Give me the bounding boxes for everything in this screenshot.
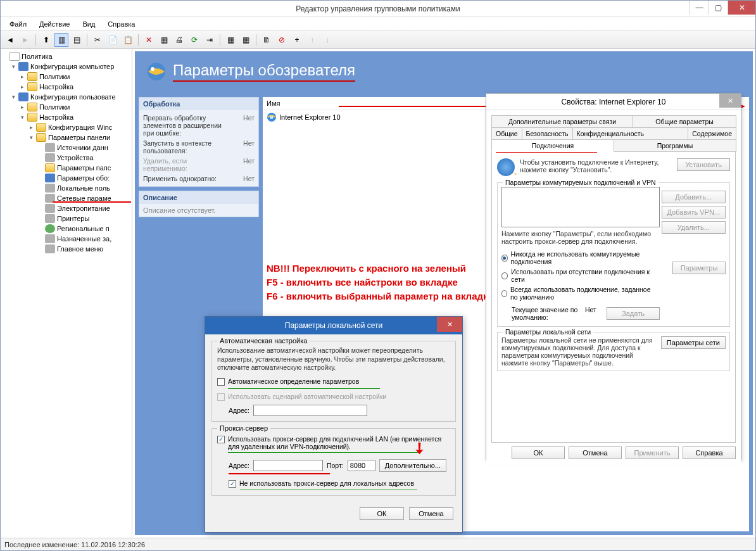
export-icon[interactable]: ⇥ bbox=[203, 33, 217, 47]
tree-item[interactable]: ▸Конфигурация Winc bbox=[28, 122, 130, 132]
tab-general-params[interactable]: Общие параметры bbox=[633, 115, 736, 128]
set-button[interactable]: Задать bbox=[607, 307, 660, 320]
radio-always[interactable]: Всегда использовать подключение, заданно… bbox=[501, 284, 660, 302]
globe-icon bbox=[497, 158, 515, 176]
tree-item[interactable]: ▸Настройка bbox=[20, 82, 130, 92]
lan-cancel-button[interactable]: Отмена bbox=[409, 507, 453, 520]
lan-settings-button[interactable]: Параметры сети bbox=[661, 336, 726, 349]
refresh-icon[interactable]: ⟳ bbox=[187, 33, 201, 47]
apply-button[interactable]: Применить bbox=[626, 446, 679, 459]
content-header: Параметры обозревателя bbox=[139, 55, 749, 94]
tree-root[interactable]: Политика bbox=[2, 51, 130, 61]
dial-list[interactable] bbox=[501, 187, 660, 227]
close-button[interactable]: ✕ bbox=[728, 1, 755, 15]
add-icon[interactable]: + bbox=[290, 33, 304, 47]
conn-text: Чтобы установить подключение к Интернету… bbox=[520, 158, 672, 174]
tree-item[interactable]: Электропитание bbox=[37, 203, 130, 213]
menu-file[interactable]: Файл bbox=[4, 19, 32, 29]
menu-help[interactable]: Справка bbox=[103, 19, 140, 29]
tree-item[interactable]: ▸Политики bbox=[20, 102, 130, 112]
ok-button[interactable]: ОК bbox=[512, 446, 565, 459]
back-icon[interactable]: ◄ bbox=[3, 33, 17, 47]
auto-desc: Использование автоматической настройки м… bbox=[217, 346, 450, 372]
params-button[interactable]: Параметры bbox=[672, 262, 726, 274]
cancel-button[interactable]: Отмена bbox=[569, 446, 622, 459]
menu-view[interactable]: Вид bbox=[77, 19, 100, 29]
radio-no-net[interactable]: Использовать при отсутствии подключения … bbox=[501, 267, 660, 284]
svg-text:e: e bbox=[270, 114, 273, 120]
install-button[interactable]: Установить bbox=[677, 158, 730, 171]
statusbar: Последнее изменение: 11.02.2016 12:30:26 bbox=[1, 538, 755, 550]
delete-button[interactable]: Удалить... bbox=[662, 221, 726, 234]
tree-item[interactable]: Локальные поль bbox=[37, 183, 130, 193]
stop-icon[interactable]: ⊘ bbox=[275, 33, 289, 47]
chk-bypass-local[interactable]: Не использовать прокси-сервер для локаль… bbox=[217, 478, 450, 489]
props-close-button[interactable]: ✕ bbox=[719, 94, 741, 108]
lan-dialog-title: Параметры локальной сети bbox=[285, 321, 382, 330]
advanced-button[interactable]: Дополнительно... bbox=[379, 459, 446, 472]
tree-item[interactable]: Региональные п bbox=[37, 224, 130, 234]
copy-icon[interactable]: 📄 bbox=[106, 33, 120, 47]
tree-comp-conf[interactable]: ▾Конфигурация компьютер bbox=[11, 61, 130, 72]
paste-icon[interactable]: 📋 bbox=[121, 33, 135, 47]
fs-lan-legend: Параметры локальной сети bbox=[503, 328, 593, 336]
tree-item[interactable]: Источники данн bbox=[37, 142, 130, 153]
tab-common[interactable]: Общие bbox=[491, 127, 522, 140]
titlebar: Редактор управления групповыми политикам… bbox=[1, 1, 755, 17]
chk-auto-detect[interactable]: Автоматическое определение параметров bbox=[217, 376, 450, 387]
doc-icon[interactable]: 🗎 bbox=[260, 33, 274, 47]
filter2-icon[interactable]: ▦ bbox=[239, 33, 253, 47]
status-text: Последнее изменение: 11.02.2016 12:30:26 bbox=[4, 541, 145, 548]
tree-item[interactable]: ▾Настройка bbox=[20, 112, 130, 122]
tree-item[interactable]: Назначенные за, bbox=[37, 234, 130, 244]
tree-item[interactable]: Устройства bbox=[37, 153, 130, 163]
tab-privacy[interactable]: Конфиденциальность bbox=[572, 127, 689, 140]
chk-use-script[interactable]: Использовать сценарий автоматической нас… bbox=[217, 391, 450, 402]
proxy-port-input[interactable] bbox=[348, 460, 375, 471]
tree-panel: Политика ▾Конфигурация компьютер ▸Полити… bbox=[1, 49, 132, 538]
annotation-line bbox=[240, 490, 417, 490]
up-icon[interactable]: ⬆ bbox=[39, 33, 53, 47]
properties-icon[interactable]: ▦ bbox=[157, 33, 171, 47]
fs-proxy-legend: Прокси-сервер bbox=[217, 424, 270, 432]
tab-content[interactable]: Содержимое bbox=[688, 127, 736, 140]
tree-item[interactable]: Главное меню bbox=[37, 244, 130, 254]
minimize-button[interactable]: — bbox=[690, 1, 709, 15]
cut-icon[interactable]: ✂ bbox=[91, 33, 104, 47]
ie-icon: e bbox=[267, 112, 277, 122]
tree-item[interactable]: ▸Политики bbox=[20, 72, 130, 82]
maximize-button[interactable]: ▢ bbox=[709, 1, 728, 15]
show-tree-icon[interactable]: ▥ bbox=[54, 33, 68, 47]
lan-ok-button[interactable]: ОК bbox=[360, 507, 404, 520]
toolbar: ◄ ► ⬆ ▥ ▤ ✂ 📄 📋 ✕ ▦ 🖨 ⟳ ⇥ ▦ ▦ 🗎 ⊘ + ↑ ↓ bbox=[1, 31, 755, 49]
tree-user-conf[interactable]: ▾Конфигурация пользовате bbox=[11, 92, 130, 102]
checkbox-icon bbox=[217, 378, 225, 386]
radio-never[interactable]: Никогда не использовать коммутируемые по… bbox=[501, 249, 660, 267]
add-button[interactable]: Добавить... bbox=[662, 191, 726, 203]
add-vpn-button[interactable]: Добавить VPN... bbox=[662, 206, 726, 218]
help-button[interactable]: Справка bbox=[683, 446, 736, 459]
lan-dialog: Параметры локальной сети ✕ Автоматическа… bbox=[205, 316, 463, 533]
arrow-down-icon[interactable]: ↓ bbox=[320, 33, 334, 47]
lan-close-button[interactable]: ✕ bbox=[437, 317, 462, 332]
tab-extra-conn[interactable]: Дополнительные параметры связи bbox=[491, 115, 633, 128]
tab-connections[interactable]: Подключения bbox=[491, 139, 614, 152]
arrow-up-icon[interactable]: ↑ bbox=[305, 33, 319, 47]
menubar: Файл Действие Вид Справка bbox=[1, 17, 755, 31]
tab-programs[interactable]: Программы bbox=[614, 139, 736, 152]
print-icon[interactable]: 🖨 bbox=[172, 33, 186, 47]
tree-item[interactable]: Принтеры bbox=[37, 213, 130, 224]
filter1-icon[interactable]: ▦ bbox=[224, 33, 237, 47]
proxy-address-input[interactable] bbox=[253, 460, 323, 471]
tree-item[interactable]: Параметры папс bbox=[37, 163, 130, 173]
processing-box: Обработка Прервать обработку элементов в… bbox=[139, 97, 259, 187]
tree-item[interactable]: ▾Параметры панели bbox=[28, 132, 130, 142]
tree-browser-params[interactable]: Параметры обо: bbox=[37, 173, 130, 183]
tab-security[interactable]: Безопасность bbox=[522, 127, 573, 140]
forward-icon[interactable]: ► bbox=[18, 33, 32, 47]
menu-action[interactable]: Действие bbox=[34, 19, 75, 29]
delete-icon[interactable]: ✕ bbox=[142, 33, 156, 47]
show-list-icon[interactable]: ▤ bbox=[70, 33, 84, 47]
radio-icon bbox=[501, 255, 508, 262]
script-address-input[interactable] bbox=[253, 405, 367, 416]
